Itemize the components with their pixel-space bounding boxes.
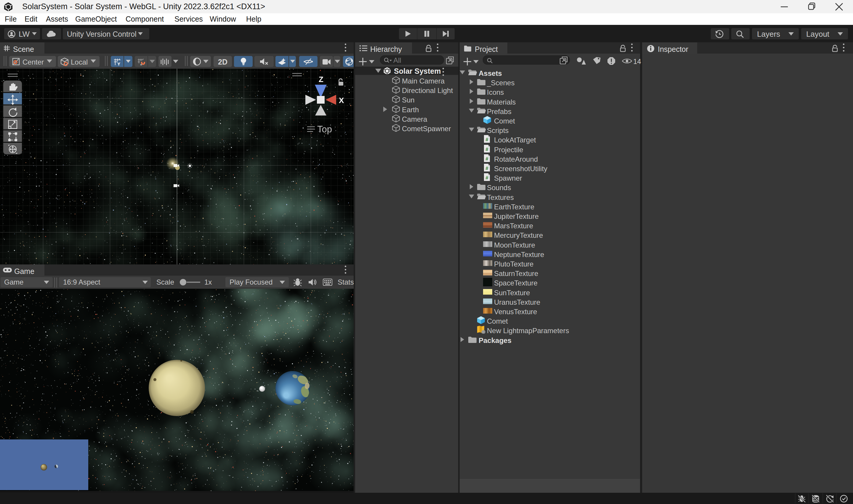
svg-text:Z: Z	[319, 75, 323, 84]
svg-text:#: #	[485, 147, 488, 152]
svg-text:#: #	[485, 137, 488, 142]
svg-text:X: X	[339, 96, 344, 105]
svg-text:#: #	[485, 156, 488, 162]
svg-text:Y: Y	[117, 61, 120, 66]
svg-text:#: #	[485, 175, 488, 181]
svg-text:#: #	[485, 165, 488, 171]
